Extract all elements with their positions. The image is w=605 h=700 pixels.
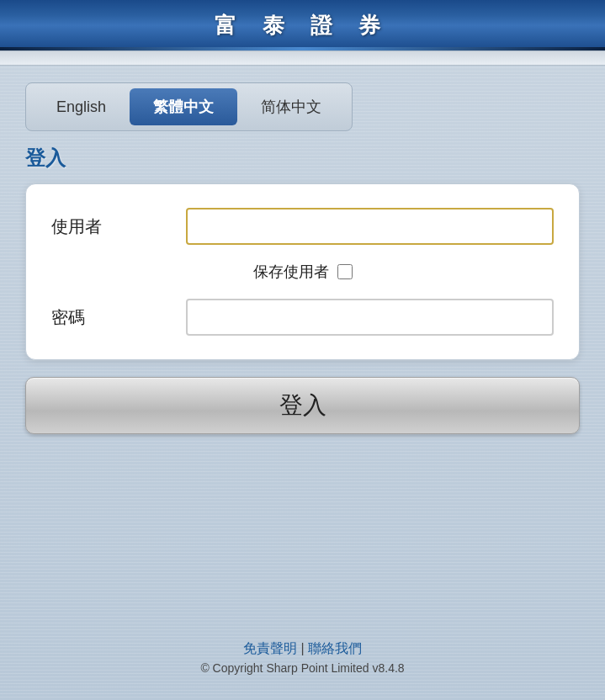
language-tab-group: English 繁體中文 简体中文 — [25, 82, 353, 131]
footer: 免責聲明 | 聯絡我們 © Copyright Sharp Point Limi… — [0, 640, 605, 675]
app-title: 富 泰 證 券 — [215, 11, 391, 40]
save-user-row: 保存使用者 — [51, 262, 554, 282]
save-user-label: 保存使用者 — [253, 262, 329, 282]
page-wrapper: 富 泰 證 券 English 繁體中文 简体中文 登入 使用者 保存使用者 — [0, 0, 605, 700]
header-divider — [0, 50, 605, 66]
tab-traditional-chinese[interactable]: 繁體中文 — [130, 88, 237, 125]
header: 富 泰 證 券 — [0, 0, 605, 50]
footer-separator: | — [297, 641, 308, 655]
username-input[interactable] — [186, 208, 554, 245]
footer-links: 免責聲明 | 聯絡我們 — [0, 640, 605, 658]
copyright-text: © Copyright Sharp Point Limited v8.4.8 — [0, 661, 605, 675]
login-button[interactable]: 登入 — [25, 377, 580, 434]
tab-simplified-chinese[interactable]: 简体中文 — [237, 88, 345, 125]
username-label: 使用者 — [51, 215, 186, 238]
contact-link[interactable]: 聯絡我們 — [308, 641, 362, 655]
login-form-card: 使用者 保存使用者 密碼 — [25, 183, 580, 360]
password-input[interactable] — [186, 299, 554, 336]
main-content: English 繁體中文 简体中文 登入 使用者 保存使用者 密碼 — [0, 66, 605, 700]
password-label: 密碼 — [51, 306, 186, 329]
login-heading: 登入 — [25, 145, 580, 172]
disclaimer-link[interactable]: 免責聲明 — [243, 641, 297, 655]
username-row: 使用者 — [51, 208, 554, 245]
tab-english[interactable]: English — [33, 88, 130, 125]
save-user-checkbox[interactable] — [337, 264, 353, 279]
password-row: 密碼 — [51, 299, 554, 336]
